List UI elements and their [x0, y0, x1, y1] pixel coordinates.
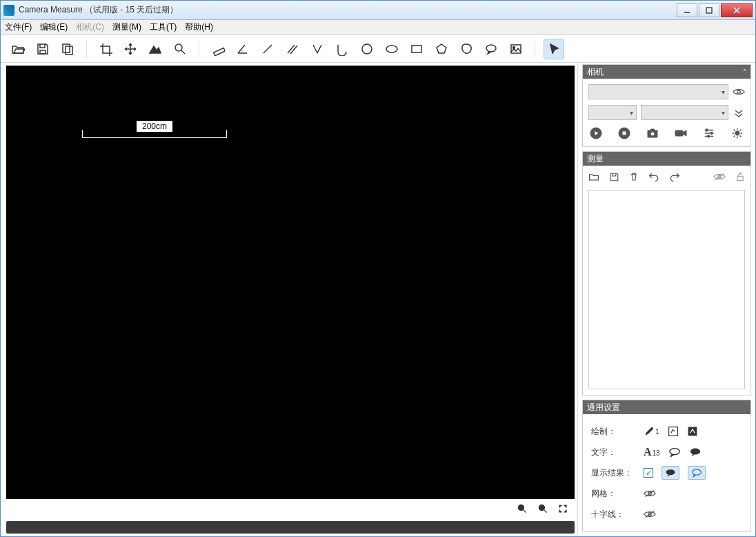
zoom-out-icon[interactable]: [517, 503, 528, 516]
open-measure-icon[interactable]: [588, 171, 599, 184]
delete-icon[interactable]: [629, 171, 639, 184]
toolbar-separator: [86, 40, 87, 58]
main-area: 200cm: [1, 63, 577, 536]
camera-panel-header[interactable]: 相机 ˄: [583, 65, 750, 79]
calibrate-icon[interactable]: [145, 39, 166, 59]
polygon-icon[interactable]: [456, 39, 477, 59]
menu-camera[interactable]: 相机(C): [76, 21, 104, 33]
svg-point-24: [710, 133, 713, 135]
line-icon[interactable]: [257, 39, 278, 59]
canvas-controls: [6, 499, 575, 520]
content-area: 200cm 相机 ˄ ▾: [1, 63, 755, 536]
menu-help[interactable]: 帮助(H): [185, 21, 213, 33]
svg-point-26: [735, 131, 739, 135]
menu-file[interactable]: 文件(F): [5, 21, 32, 33]
settings-panel-header[interactable]: 通用设置: [583, 400, 750, 414]
pointer-icon[interactable]: [544, 39, 564, 59]
text-bubble-fill-icon[interactable]: [689, 447, 702, 458]
menu-bar: 文件(F) 编辑(E) 相机(C) 测量(M) 工具(T) 帮助(H): [1, 20, 755, 35]
move-icon[interactable]: [120, 39, 141, 59]
visibility-icon[interactable]: [733, 88, 745, 96]
ellipse-icon[interactable]: [381, 39, 402, 59]
svg-point-31: [669, 449, 679, 455]
camera-select[interactable]: ▾: [588, 84, 728, 99]
result-bubble-fill-icon[interactable]: [662, 466, 679, 480]
measure-panel: 测量: [582, 151, 751, 396]
save-measure-icon[interactable]: [609, 172, 619, 184]
svg-point-23: [706, 129, 708, 131]
crosshair-label: 十字线：: [591, 509, 644, 520]
zoom-icon[interactable]: [170, 39, 190, 59]
angle-icon[interactable]: [232, 39, 253, 59]
minimize-button[interactable]: [677, 3, 697, 17]
maximize-button[interactable]: [699, 3, 719, 17]
measure-panel-body: [583, 166, 750, 395]
grid-label: 网格：: [591, 488, 644, 500]
main-toolbar: [1, 35, 755, 63]
measure-panel-header[interactable]: 测量: [583, 152, 750, 166]
arc-icon[interactable]: [332, 39, 352, 59]
svg-rect-29: [668, 427, 677, 436]
svg-point-25: [708, 135, 710, 137]
camera-panel-title: 相机: [587, 66, 604, 78]
menu-measure[interactable]: 测量(M): [112, 21, 141, 33]
dimension-annotation[interactable]: 200cm: [82, 124, 227, 133]
open-icon[interactable]: [8, 39, 28, 59]
edit-box-icon[interactable]: [668, 426, 679, 437]
svg-rect-20: [622, 131, 626, 135]
pentagon-icon[interactable]: [431, 39, 452, 59]
fullscreen-icon[interactable]: [558, 504, 568, 516]
svg-rect-22: [675, 130, 683, 136]
svg-rect-5: [63, 44, 70, 52]
crop-icon[interactable]: [95, 39, 116, 59]
parallel-lines-icon[interactable]: [282, 39, 303, 59]
ruler-icon[interactable]: [208, 39, 228, 59]
angle-lines-icon[interactable]: [307, 39, 328, 59]
save-icon[interactable]: [32, 39, 53, 59]
menu-tools[interactable]: 工具(T): [150, 21, 177, 33]
close-button[interactable]: [721, 3, 753, 17]
copy-icon[interactable]: [57, 39, 78, 59]
circle-icon[interactable]: [357, 39, 377, 59]
camera-panel-body: ▾ ▾ ▾: [583, 79, 750, 146]
redo-icon[interactable]: [669, 171, 680, 184]
stop-icon[interactable]: [617, 126, 632, 141]
measure-tools: [588, 171, 745, 184]
result-bubble-outline-icon[interactable]: [688, 466, 706, 480]
pen-size-control[interactable]: 1: [644, 426, 659, 437]
text-bubble-icon[interactable]: [668, 447, 681, 458]
snapshot-icon[interactable]: [645, 126, 660, 141]
canvas[interactable]: 200cm: [6, 66, 575, 499]
crosshair-visibility-icon[interactable]: [644, 510, 656, 518]
window-title: Camera Measure （试用版 - 15 天后过期）: [19, 4, 675, 16]
svg-rect-11: [412, 46, 421, 52]
show-result-checkbox[interactable]: ✓: [644, 468, 653, 478]
undo-icon[interactable]: [648, 171, 659, 184]
annotation-icon[interactable]: [481, 39, 501, 59]
svg-point-32: [690, 449, 699, 455]
camera-mode-select[interactable]: ▾: [641, 105, 728, 120]
draw-color-icon[interactable]: [687, 426, 698, 437]
rectangle-icon[interactable]: [406, 39, 427, 59]
font-size-control[interactable]: A13: [644, 446, 660, 458]
sliders-icon[interactable]: [702, 126, 717, 141]
gear-icon[interactable]: [730, 126, 745, 141]
grid-visibility-icon[interactable]: [644, 489, 656, 498]
horizontal-scrollbar[interactable]: [6, 521, 575, 534]
menu-edit[interactable]: 编辑(E): [40, 21, 68, 33]
svg-rect-6: [66, 46, 72, 55]
zoom-in-icon[interactable]: [537, 503, 548, 516]
svg-point-21: [650, 132, 655, 136]
svg-rect-4: [40, 50, 46, 54]
visibility-off-icon[interactable]: [713, 172, 726, 184]
measure-list[interactable]: [588, 190, 745, 389]
svg-point-34: [693, 469, 702, 475]
record-icon[interactable]: [673, 126, 688, 141]
app-icon: [3, 5, 14, 16]
image-icon[interactable]: [506, 39, 526, 59]
window-buttons: [675, 3, 753, 17]
camera-res-select[interactable]: ▾: [588, 105, 637, 120]
unlock-icon[interactable]: [735, 171, 745, 184]
play-icon[interactable]: [588, 126, 604, 141]
expand-icon[interactable]: [733, 108, 745, 117]
